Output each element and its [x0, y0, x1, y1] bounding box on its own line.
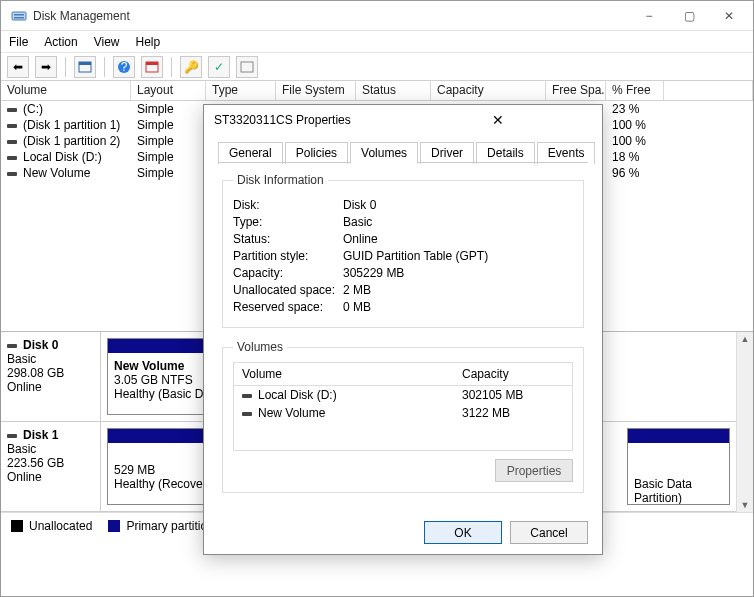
- properties-dialog: ST3320311CS Properties ✕ General Policie…: [203, 104, 603, 555]
- col-status[interactable]: Status: [356, 81, 431, 100]
- tab-policies[interactable]: Policies: [285, 142, 348, 164]
- volume-icon: [7, 140, 17, 144]
- menu-action[interactable]: Action: [44, 35, 77, 49]
- label-reserved: Reserved space:: [233, 300, 343, 314]
- value-partition-style: GUID Partition Table (GPT): [343, 249, 488, 263]
- col-layout[interactable]: Layout: [131, 81, 206, 100]
- volume-name: New Volume: [23, 166, 90, 180]
- volume-list-header: Volume Layout Type File System Status Ca…: [1, 81, 753, 101]
- group-title: Disk Information: [233, 173, 328, 187]
- volume-row[interactable]: Local Disk (D:)302105 MB: [234, 386, 572, 404]
- dialog-buttons: OK Cancel: [204, 511, 602, 554]
- close-button[interactable]: ✕: [709, 2, 749, 30]
- tab-strip: General Policies Volumes Driver Details …: [204, 135, 602, 163]
- scroll-down-icon[interactable]: ▼: [741, 500, 750, 510]
- disk-header[interactable]: Disk 0 Basic 298.08 GB Online: [1, 332, 101, 421]
- dialog-close-button[interactable]: ✕: [403, 112, 592, 128]
- tab-pane-volumes: Disk Information Disk:Disk 0 Type:Basic …: [204, 163, 602, 511]
- disk-header[interactable]: Disk 1 Basic 223.56 GB Online: [1, 422, 101, 511]
- disk-status: Online: [7, 380, 42, 394]
- properties-button[interactable]: Properties: [495, 459, 573, 482]
- svg-rect-2: [14, 17, 24, 19]
- col-free[interactable]: Free Spa...: [546, 81, 606, 100]
- label-unallocated: Unallocated space:: [233, 283, 343, 297]
- cancel-button[interactable]: Cancel: [510, 521, 588, 544]
- col-filesystem[interactable]: File System: [276, 81, 356, 100]
- svg-rect-4: [79, 62, 91, 65]
- disk-id: Disk 1: [23, 428, 58, 442]
- partition-title: New Volume: [114, 359, 184, 373]
- title-bar: Disk Management − ▢ ✕: [1, 1, 753, 31]
- dialog-title: ST3320311CS Properties: [214, 113, 403, 127]
- menu-view[interactable]: View: [94, 35, 120, 49]
- value-capacity: 305229 MB: [343, 266, 404, 280]
- value-reserved: 0 MB: [343, 300, 371, 314]
- label-partition-style: Partition style:: [233, 249, 343, 263]
- volumes-group: Volumes VolumeCapacity Local Disk (D:)30…: [222, 340, 584, 493]
- label-type: Type:: [233, 215, 343, 229]
- value-type: Basic: [343, 215, 372, 229]
- volume-name: (Disk 1 partition 1): [23, 118, 120, 132]
- volumes-table[interactable]: VolumeCapacity Local Disk (D:)302105 MB …: [233, 362, 573, 451]
- label-status: Status:: [233, 232, 343, 246]
- disk-info-group: Disk Information Disk:Disk 0 Type:Basic …: [222, 173, 584, 328]
- separator: [171, 57, 172, 77]
- settings-button[interactable]: [141, 56, 163, 78]
- dialog-titlebar[interactable]: ST3320311CS Properties ✕: [204, 105, 602, 135]
- volume-name: (C:): [23, 102, 43, 116]
- back-button[interactable]: ⬅: [7, 56, 29, 78]
- volume-row[interactable]: New Volume3122 MB: [234, 404, 572, 422]
- volume-icon: [7, 108, 17, 112]
- menu-file[interactable]: File: [9, 35, 28, 49]
- help-button[interactable]: ?: [113, 56, 135, 78]
- label-disk: Disk:: [233, 198, 343, 212]
- col-pfree[interactable]: % Free: [606, 81, 664, 100]
- svg-text:?: ?: [121, 60, 128, 74]
- volume-icon: [7, 156, 17, 160]
- forward-button[interactable]: ➡: [35, 56, 57, 78]
- disk-id: Disk 0: [23, 338, 58, 352]
- svg-rect-0: [12, 12, 26, 20]
- minimize-button[interactable]: −: [629, 2, 669, 30]
- volume-name: (Disk 1 partition 2): [23, 134, 120, 148]
- partition[interactable]: Basic Data Partition): [627, 428, 730, 505]
- svg-rect-1: [14, 14, 24, 16]
- list-button[interactable]: [236, 56, 258, 78]
- disk-icon: [7, 434, 17, 438]
- group-title: Volumes: [233, 340, 287, 354]
- legend-label: Unallocated: [29, 519, 92, 533]
- scroll-up-icon[interactable]: ▲: [741, 334, 750, 344]
- svg-rect-9: [241, 62, 253, 72]
- disk-icon: [7, 344, 17, 348]
- window-title: Disk Management: [33, 9, 629, 23]
- tab-details[interactable]: Details: [476, 142, 535, 164]
- col-type[interactable]: Type: [206, 81, 276, 100]
- tab-driver[interactable]: Driver: [420, 142, 474, 164]
- legend-label: Primary partition: [126, 519, 213, 533]
- separator: [65, 57, 66, 77]
- scrollbar[interactable]: ▲▼: [736, 332, 753, 512]
- refresh-button[interactable]: ✓: [208, 56, 230, 78]
- volume-icon: [242, 412, 252, 416]
- disk-size: 298.08 GB: [7, 366, 64, 380]
- value-disk: Disk 0: [343, 198, 376, 212]
- menu-help[interactable]: Help: [136, 35, 161, 49]
- col-volume: Volume: [234, 363, 454, 385]
- tab-general[interactable]: General: [218, 142, 283, 164]
- show-hide-console-button[interactable]: [74, 56, 96, 78]
- volume-icon: [242, 394, 252, 398]
- maximize-button[interactable]: ▢: [669, 2, 709, 30]
- volume-name: Local Disk (D:): [23, 150, 102, 164]
- col-volume[interactable]: Volume: [1, 81, 131, 100]
- volume-icon: [7, 172, 17, 176]
- tab-events[interactable]: Events: [537, 142, 596, 164]
- ok-button[interactable]: OK: [424, 521, 502, 544]
- legend-swatch-unallocated: [11, 520, 23, 532]
- disk-status: Online: [7, 470, 42, 484]
- value-unallocated: 2 MB: [343, 283, 371, 297]
- col-capacity: Capacity: [454, 363, 572, 385]
- tab-volumes[interactable]: Volumes: [350, 142, 418, 164]
- action-button[interactable]: 🔑: [180, 56, 202, 78]
- col-capacity[interactable]: Capacity: [431, 81, 546, 100]
- app-icon: [11, 8, 27, 24]
